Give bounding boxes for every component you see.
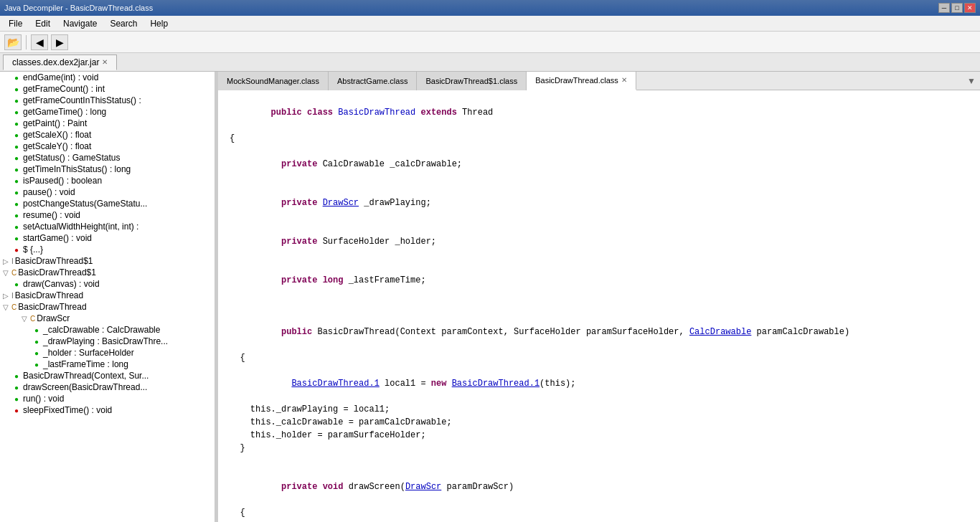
code-line: private void drawScreen(DrawScr paramDra… — [218, 468, 980, 506]
left-panel[interactable]: ● endGame(int) : void ● getFrameCount() … — [0, 72, 215, 522]
tree-item[interactable]: ● run() : void — [0, 393, 215, 404]
tab-overflow-button[interactable]: ▼ — [963, 76, 980, 86]
dot-green-icon: ● — [32, 348, 42, 358]
tree-label: getStatus() : GameStatus — [23, 153, 120, 163]
code-line: this._holder = paramSurfaceHolder; — [218, 429, 980, 442]
dot-green-icon: ● — [11, 141, 22, 151]
code-line: { — [218, 506, 980, 519]
tree-label: setActualWidthHeight(int, int) : — [23, 222, 138, 232]
open-button[interactable]: 📂 — [4, 34, 22, 50]
code-line: private DrawScr _drawPlaying; — [218, 184, 980, 222]
dot-green-icon: ● — [11, 382, 22, 392]
code-line: public class BasicDrawThread extends Thr… — [218, 93, 980, 132]
code-tab-label: AbstractGame.class — [337, 77, 407, 85]
tree-item[interactable]: ● resume() : void — [0, 209, 215, 221]
tree-label: _drawPlaying : BasicDrawThre... — [43, 336, 168, 346]
tree-item[interactable]: ● startGame() : void — [0, 232, 215, 244]
file-tab-close[interactable]: ✕ — [102, 58, 108, 66]
forward-button[interactable]: ▶ — [51, 34, 68, 50]
tree-item[interactable]: ● $ {...} — [0, 244, 215, 255]
menu-navigate[interactable]: Navigate — [57, 17, 103, 30]
toolbar-separator — [26, 35, 27, 49]
tree-item[interactable]: ● getTimeInThisStatus() : long — [0, 163, 215, 175]
dot-green-icon: ● — [11, 84, 22, 94]
expand-icon: ▽ — [3, 269, 11, 277]
tree-label: BasicDrawThread$1 — [18, 267, 96, 277]
tree-item[interactable]: ● BasicDrawThread(Context, Sur... — [0, 370, 215, 381]
maximize-button[interactable]: □ — [951, 3, 963, 13]
file-tab-bar: classes.dex.dex2jar.jar ✕ — [0, 53, 980, 72]
code-line: BasicDrawThread.1 local1 = new BasicDraw… — [218, 364, 980, 403]
window-controls[interactable]: ─ □ ✕ — [938, 3, 976, 13]
back-button[interactable]: ◀ — [31, 34, 48, 50]
tree-item[interactable]: ● _calcDrawable : CalcDrawable — [0, 324, 215, 336]
tree-label: resume() : void — [23, 210, 80, 220]
code-line — [218, 455, 980, 468]
minimize-button[interactable]: ─ — [938, 3, 950, 13]
dot-red-icon: ● — [11, 245, 22, 255]
dot-green-icon: ● — [11, 164, 22, 174]
tree-group[interactable]: ▷ I BasicDrawThread — [0, 290, 215, 301]
tree-item[interactable]: ● getFrameCount() : int — [0, 83, 215, 95]
tree-group[interactable]: ▷ I BasicDrawThread$1 — [0, 255, 215, 267]
code-tab-basicdraw1[interactable]: BasicDrawThread$1.class — [417, 72, 527, 90]
dot-green-icon: ● — [11, 176, 22, 186]
expand-icon: ▷ — [3, 292, 11, 300]
menu-edit[interactable]: Edit — [29, 17, 56, 30]
tree-item[interactable]: ▽ C DrawScr — [0, 313, 215, 324]
tree-label: getFrameCountInThisStatus() : — [23, 95, 141, 105]
dot-green-icon: ● — [11, 187, 22, 197]
tree-item[interactable]: ● endGame(int) : void — [0, 72, 215, 83]
tree-label: pause() : void — [23, 187, 75, 197]
code-line: this._calcDrawable = paramCalcDrawable; — [218, 416, 980, 429]
tree-item[interactable]: ● draw(Canvas) : void — [0, 278, 215, 290]
code-tab-basicdraw[interactable]: BasicDrawThread.class ✕ — [527, 72, 636, 90]
tree-item[interactable]: ● drawScreen(BasicDrawThread... — [0, 381, 215, 393]
main-area: ● endGame(int) : void ● getFrameCount() … — [0, 72, 980, 522]
interface-icon: I — [11, 292, 14, 300]
tree-label: BasicDrawThread(Context, Sur... — [23, 371, 149, 381]
menu-help[interactable]: Help — [144, 17, 174, 30]
code-tab-mocksound[interactable]: MockSoundManager.class — [218, 72, 329, 90]
tree-item[interactable]: ● getStatus() : GameStatus — [0, 152, 215, 163]
tree-label: isPaused() : boolean — [23, 176, 102, 186]
dot-red-icon: ● — [11, 405, 22, 415]
tree-label: _lastFrameTime : long — [43, 359, 128, 369]
code-tab-close[interactable]: ✕ — [621, 76, 627, 84]
tree-item[interactable]: ● getPaint() : Paint — [0, 118, 215, 129]
class-icon: C — [11, 269, 17, 277]
code-area[interactable]: public class BasicDrawThread extends Thr… — [218, 90, 980, 522]
tree-item[interactable]: ● setActualWidthHeight(int, int) : — [0, 221, 215, 232]
code-tab-abstractgame[interactable]: AbstractGame.class — [329, 72, 417, 90]
menu-file[interactable]: File — [3, 17, 28, 30]
tree-label: drawScreen(BasicDrawThread... — [23, 382, 147, 392]
tree-item[interactable]: ● _lastFrameTime : long — [0, 359, 215, 370]
tree-item[interactable]: ● getScaleY() : float — [0, 141, 215, 152]
tree-item[interactable]: ● sleepFixedTime() : void — [0, 404, 215, 416]
file-tab[interactable]: classes.dex.dex2jar.jar ✕ — [3, 54, 117, 70]
tree-label: getScaleX() : float — [23, 130, 91, 140]
code-line: { — [218, 351, 980, 364]
code-line: private SurfaceHolder _holder; — [218, 222, 980, 261]
tree-label: postChangeStatus(GameStatu... — [23, 199, 147, 209]
tree-group[interactable]: ▽ C BasicDrawThread$1 — [0, 267, 215, 278]
tree-item[interactable]: ● getFrameCountInThisStatus() : — [0, 95, 215, 106]
dot-green-icon: ● — [11, 222, 22, 232]
tree-item[interactable]: ● _holder : SurfaceHolder — [0, 347, 215, 359]
title-text: Java Decompiler - BasicDrawThread.class — [4, 4, 153, 12]
tree-item[interactable]: ● isPaused() : boolean — [0, 175, 215, 186]
code-tab-bar: MockSoundManager.class AbstractGame.clas… — [218, 72, 980, 90]
tree-item[interactable]: ● _drawPlaying : BasicDrawThre... — [0, 336, 215, 347]
file-tab-label: classes.dex.dex2jar.jar — [12, 57, 99, 67]
toolbar: 📂 ◀ ▶ — [0, 32, 980, 53]
tree-item[interactable]: ● getScaleX() : float — [0, 129, 215, 141]
tree-group[interactable]: ▽ C BasicDrawThread — [0, 301, 215, 313]
close-button[interactable]: ✕ — [964, 3, 976, 13]
tree-item[interactable]: ● postChangeStatus(GameStatu... — [0, 198, 215, 209]
title-bar: Java Decompiler - BasicDrawThread.class … — [0, 0, 980, 16]
tree-item[interactable]: ● getGameTime() : long — [0, 106, 215, 118]
right-panel: MockSoundManager.class AbstractGame.clas… — [218, 72, 980, 522]
tree-item[interactable]: ● pause() : void — [0, 186, 215, 198]
menu-search[interactable]: Search — [104, 17, 143, 30]
interface-icon: I — [11, 257, 14, 265]
